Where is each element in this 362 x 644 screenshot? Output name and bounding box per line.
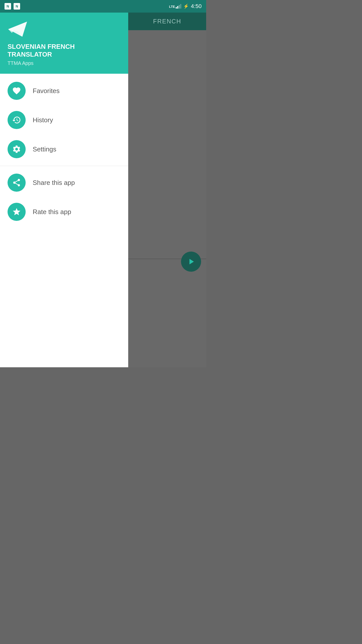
drawer-logo [8, 22, 121, 38]
menu-item-rate[interactable]: Rate this app [0, 197, 128, 226]
bar-1 [176, 7, 177, 9]
right-panel-header: FRENCH [128, 13, 206, 30]
settings-label: Settings [33, 145, 56, 153]
share-label: Share this app [33, 179, 75, 187]
right-panel: FRENCH [128, 13, 206, 367]
main-layout: SLOVENIAN FRENCHTRANSLATOR TTMA Apps Fav… [0, 13, 206, 367]
bar-2 [177, 6, 178, 9]
bar-4 [180, 4, 181, 9]
menu-item-settings[interactable]: Settings [0, 135, 128, 164]
n-logo-1: N [5, 3, 11, 10]
status-bar: N N LTE ⚡ 4:50 [0, 0, 206, 13]
drawer-header: SLOVENIAN FRENCHTRANSLATOR TTMA Apps [0, 13, 128, 74]
battery-icon: ⚡ [183, 4, 189, 9]
translate-button[interactable] [181, 252, 201, 272]
share-icon-circle [8, 174, 26, 192]
menu-divider [0, 166, 128, 166]
star-icon [12, 207, 21, 216]
menu-item-history[interactable]: History [0, 105, 128, 135]
lte-icon: LTE [169, 4, 182, 9]
right-panel-title: FRENCH [153, 18, 181, 25]
drawer-menu: Favorites History Settings [0, 74, 128, 367]
gear-icon [12, 145, 21, 154]
n-logo-2: N [14, 3, 20, 10]
paper-plane-icon [8, 22, 28, 37]
bar-3 [179, 5, 180, 9]
status-time: 4:50 [191, 3, 202, 10]
right-panel-body [128, 30, 206, 367]
menu-item-share[interactable]: Share this app [0, 168, 128, 197]
menu-item-favorites[interactable]: Favorites [0, 76, 128, 105]
status-bar-right: LTE ⚡ 4:50 [169, 3, 202, 10]
app-author: TTMA Apps [8, 60, 121, 66]
history-label: History [33, 116, 53, 124]
rate-icon-circle [8, 203, 26, 221]
status-bar-left: N N [5, 3, 20, 10]
heart-icon [12, 86, 21, 95]
app-name: SLOVENIAN FRENCHTRANSLATOR [8, 43, 121, 58]
rate-label: Rate this app [33, 208, 71, 216]
settings-icon-circle [8, 140, 26, 158]
signal-bars [176, 4, 181, 9]
clock-icon [12, 115, 21, 125]
drawer: SLOVENIAN FRENCHTRANSLATOR TTMA Apps Fav… [0, 13, 128, 367]
history-icon-circle [8, 111, 26, 129]
favorites-label: Favorites [33, 87, 60, 95]
share-icon [12, 178, 21, 187]
favorites-icon-circle [8, 82, 26, 100]
translate-play-icon [186, 257, 196, 266]
